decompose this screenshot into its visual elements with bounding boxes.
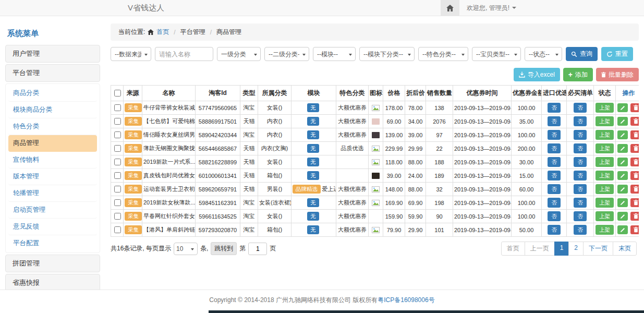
delete-button[interactable]: [630, 185, 639, 194]
home-button[interactable]: [441, 0, 459, 16]
edit-button[interactable]: [617, 117, 628, 126]
import-excel-button[interactable]: 导入excel: [514, 68, 560, 81]
reset-button[interactable]: 重置: [601, 47, 633, 61]
must-buy-toggle[interactable]: 否: [574, 211, 587, 221]
import-select-toggle[interactable]: 否: [548, 157, 561, 166]
must-buy-toggle[interactable]: 否: [574, 184, 587, 194]
edit-button[interactable]: [617, 198, 628, 207]
status-toggle[interactable]: 上架: [596, 171, 614, 180]
breadcrumb-home-link[interactable]: 首页: [156, 28, 169, 37]
status-toggle[interactable]: 上架: [596, 143, 614, 153]
add-button[interactable]: + 添加: [563, 68, 593, 81]
sidebar-subitem-7[interactable]: 轮播管理: [8, 185, 97, 202]
filter-select-level2-category[interactable]: --二级分类--: [264, 47, 309, 61]
pager-prev[interactable]: 上一页: [525, 242, 555, 256]
sidebar-subitem-10[interactable]: 平台配置: [8, 235, 97, 251]
import-select-toggle[interactable]: 否: [548, 130, 561, 139]
status-toggle[interactable]: 上架: [596, 103, 614, 112]
import-select-toggle[interactable]: 否: [548, 103, 561, 112]
delete-button[interactable]: [630, 225, 639, 234]
sidebar-item-4[interactable]: 省惠快报: [5, 274, 100, 290]
batch-delete-button[interactable]: 批量删除: [596, 68, 639, 81]
edit-button[interactable]: [617, 103, 628, 112]
status-toggle[interactable]: 上架: [596, 116, 614, 126]
row-checkbox[interactable]: [114, 172, 121, 179]
delete-button[interactable]: [630, 158, 639, 166]
import-select-toggle[interactable]: 否: [548, 116, 561, 126]
import-select-toggle[interactable]: 否: [548, 171, 561, 180]
edit-button[interactable]: [617, 144, 628, 153]
status-toggle[interactable]: 上架: [596, 130, 614, 139]
must-buy-toggle[interactable]: 否: [574, 143, 587, 153]
filter-select-status[interactable]: --状态--: [525, 47, 562, 61]
edit-button[interactable]: [617, 185, 628, 194]
page-number-input[interactable]: [248, 243, 267, 255]
delete-button[interactable]: [630, 198, 639, 207]
sidebar-subitem-9[interactable]: 意见反馈: [8, 219, 97, 235]
status-toggle[interactable]: 上架: [596, 157, 614, 166]
row-checkbox[interactable]: [114, 145, 121, 152]
sidebar-subitem-1[interactable]: 商品分类: [8, 85, 97, 102]
must-buy-toggle[interactable]: 否: [574, 225, 587, 234]
delete-button[interactable]: [630, 212, 639, 221]
row-checkbox[interactable]: [114, 213, 121, 220]
edit-button[interactable]: [617, 212, 628, 221]
import-select-toggle[interactable]: 否: [548, 143, 561, 153]
user-menu[interactable]: 欢迎您, 管理员!: [467, 0, 516, 16]
sidebar-subitem-2[interactable]: 模块商品分类: [8, 102, 97, 118]
must-buy-toggle[interactable]: 否: [574, 116, 587, 126]
status-toggle[interactable]: 上架: [596, 225, 614, 234]
search-button[interactable]: 查询: [566, 47, 598, 61]
pager-1[interactable]: 1: [554, 242, 569, 256]
must-buy-toggle[interactable]: 否: [574, 157, 587, 166]
page-size-select[interactable]: 10: [174, 243, 198, 255]
sidebar-subitem-6[interactable]: 版本管理: [8, 168, 97, 185]
sidebar-item-user-management[interactable]: 用户管理: [5, 45, 100, 63]
filter-select-level1-category[interactable]: 一级分类: [217, 47, 261, 61]
name-search-input[interactable]: [155, 47, 213, 61]
jump-button[interactable]: 跳转到: [211, 242, 237, 255]
sidebar-item-3[interactable]: 拼团管理: [5, 255, 100, 272]
status-toggle[interactable]: 上架: [596, 184, 614, 194]
pager-first[interactable]: 首页: [501, 242, 525, 256]
row-checkbox[interactable]: [114, 186, 121, 192]
status-toggle[interactable]: 上架: [596, 198, 614, 207]
delete-button[interactable]: [630, 144, 639, 153]
edit-button[interactable]: [617, 171, 628, 180]
import-select-toggle[interactable]: 否: [548, 211, 561, 221]
must-buy-toggle[interactable]: 否: [574, 103, 587, 112]
edit-button[interactable]: [617, 130, 628, 139]
must-buy-toggle[interactable]: 否: [574, 171, 587, 180]
delete-button[interactable]: [630, 117, 639, 126]
status-toggle[interactable]: 上架: [596, 211, 614, 221]
filter-select-item-type[interactable]: --宝贝类型--: [472, 47, 521, 61]
icp-link[interactable]: 粤ICP备16098006号: [378, 296, 434, 304]
sidebar-subitem-3[interactable]: 特色分类: [8, 118, 97, 135]
delete-button[interactable]: [630, 130, 639, 139]
row-checkbox[interactable]: [114, 118, 121, 125]
must-buy-toggle[interactable]: 否: [574, 198, 587, 207]
delete-button[interactable]: [630, 171, 639, 180]
pager-last[interactable]: 末页: [613, 242, 637, 256]
sidebar-subitem-8[interactable]: 启动页管理: [8, 202, 97, 219]
select-all-checkbox[interactable]: [114, 90, 121, 97]
filter-select-module-subcategory[interactable]: --模块下分类--: [359, 47, 415, 61]
edit-button[interactable]: [617, 158, 628, 166]
pager-2[interactable]: 2: [568, 242, 584, 256]
sidebar-subitem-4[interactable]: 商品管理: [8, 135, 97, 152]
sidebar-subitem-5[interactable]: 宣传物料: [8, 152, 97, 168]
edit-button[interactable]: [617, 225, 628, 234]
delete-button[interactable]: [630, 103, 639, 112]
import-select-toggle[interactable]: 否: [548, 184, 561, 194]
row-checkbox[interactable]: [114, 159, 121, 165]
filter-select-source[interactable]: --数据来源--: [111, 47, 151, 61]
pager-next[interactable]: 下一页: [583, 242, 613, 256]
filter-select-feature-category[interactable]: --特色分类--: [418, 47, 468, 61]
row-checkbox[interactable]: [114, 104, 121, 111]
import-select-toggle[interactable]: 否: [548, 225, 561, 234]
row-checkbox[interactable]: [114, 226, 121, 233]
filter-select-module[interactable]: --模块--: [313, 47, 356, 61]
sidebar-item-platform-management[interactable]: 平台管理: [5, 64, 100, 82]
must-buy-toggle[interactable]: 否: [574, 130, 587, 139]
import-select-toggle[interactable]: 否: [548, 198, 561, 207]
